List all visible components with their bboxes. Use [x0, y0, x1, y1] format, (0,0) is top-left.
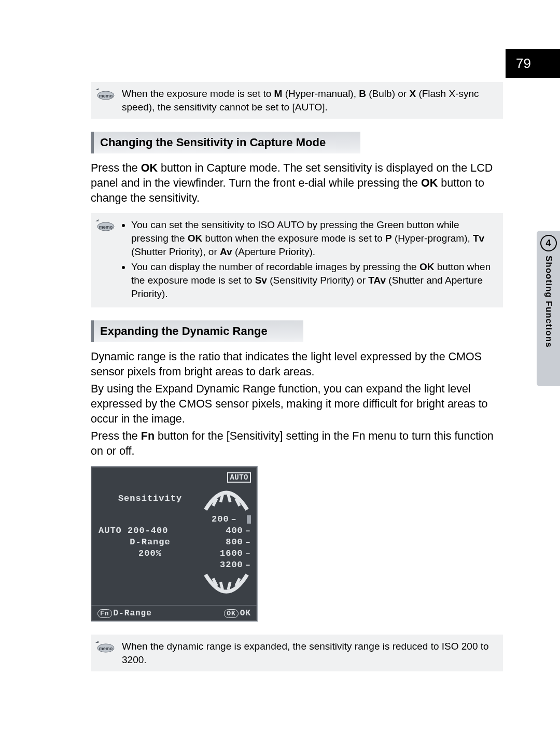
memo-icon: memo — [93, 640, 115, 654]
memo-note-3: memo When the dynamic range is expanded,… — [91, 635, 503, 671]
chapter-number: 4 — [545, 238, 551, 249]
section2-para2: By using the Expand Dynamic Range functi… — [91, 382, 503, 427]
lcd-auto-range: AUTO 200-400 — [99, 526, 202, 536]
slider-indicator-icon — [247, 515, 251, 524]
section-heading-sensitivity: Changing the Sensitivity in Capture Mode — [91, 132, 360, 153]
svg-text:memo: memo — [99, 646, 113, 651]
chapter-number-badge: 4 — [540, 235, 557, 251]
lcd-fn-hint: FnD-Range — [97, 609, 152, 618]
section-heading-drange: Expanding the Dynamic Range — [91, 320, 303, 342]
lcd-iso-3200: 3200 — [220, 560, 243, 570]
memo-icon: memo — [93, 87, 115, 102]
lcd-drange-value: 200% — [99, 549, 202, 558]
lcd-iso-200: 200 — [212, 514, 229, 524]
chapter-tab: 4 Shooting Functions — [537, 231, 560, 386]
lcd-iso-400: 400 — [226, 526, 243, 536]
lcd-sensitivity-label: Sensitivity — [99, 494, 202, 503]
lcd-ok-hint: OKOK — [224, 609, 251, 618]
memo2-bullet-1: You can set the sensitivity to ISO AUTO … — [131, 218, 495, 258]
lcd-footer: FnD-Range OKOK — [91, 605, 257, 621]
rear-dial-icon — [202, 571, 251, 601]
ok-pill-icon: OK — [224, 609, 239, 618]
front-dial-icon — [202, 483, 251, 513]
memo-text: When the exposure mode is set to M (Hype… — [122, 88, 479, 113]
lcd-body: AUTO Sensitivity 200 – AUTO 200-400 400 … — [91, 467, 257, 605]
memo-icon: memo — [93, 218, 115, 233]
lcd-iso-1600: 1600 — [220, 549, 243, 558]
memo-note-1: memo When the exposure mode is set to M … — [91, 82, 503, 119]
section2-para3: Press the Fn button for the [Sensitivity… — [91, 429, 503, 459]
memo3-text: When the dynamic range is expanded, the … — [122, 641, 489, 665]
page-content: memo When the exposure mode is set to M … — [0, 0, 560, 671]
svg-text:memo: memo — [99, 224, 113, 230]
page-number: 79 — [516, 55, 531, 72]
fn-pill-icon: Fn — [97, 609, 112, 618]
camera-lcd-preview: AUTO Sensitivity 200 – AUTO 200-400 400 … — [91, 466, 258, 622]
lcd-iso-800: 800 — [226, 537, 243, 547]
memo2-bullet-2: You can display the number of recordable… — [131, 260, 495, 300]
svg-text:memo: memo — [99, 93, 113, 99]
manual-page: 79 4 Shooting Functions memo When the ex… — [0, 0, 560, 731]
memo2-list: You can set the sensitivity to ISO AUTO … — [122, 218, 495, 300]
lcd-auto-badge: AUTO — [227, 472, 251, 483]
page-number-banner: 79 — [506, 49, 560, 78]
section1-paragraph: Press the OK button in Capture mode. The… — [91, 161, 503, 206]
lcd-drange-label: D-Range — [99, 537, 202, 547]
memo-note-2: memo You can set the sensitivity to ISO … — [91, 213, 503, 307]
chapter-title: Shooting Functions — [543, 256, 554, 348]
section2-para1: Dynamic range is the ratio that indicate… — [91, 349, 503, 379]
